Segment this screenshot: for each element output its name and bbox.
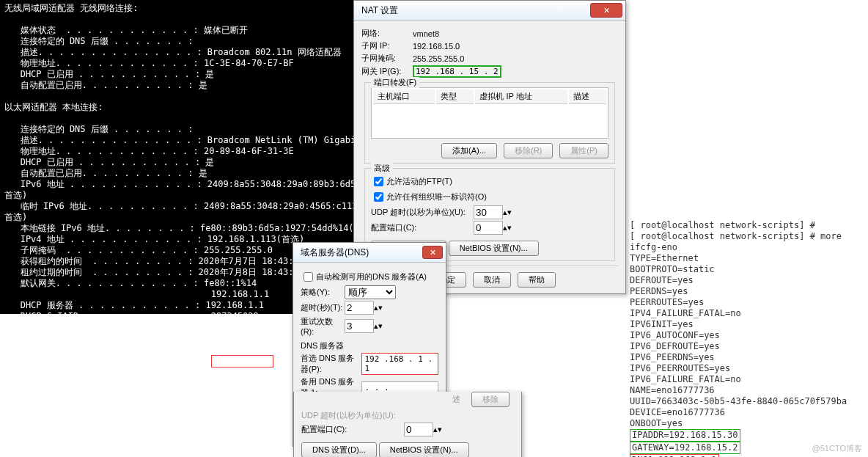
retry-input[interactable] xyxy=(345,319,374,333)
port-forward-title: 端口转发(F) xyxy=(371,77,419,88)
frag-dns-button[interactable]: DNS 设置(D)... xyxy=(301,442,377,457)
netbios-settings-button[interactable]: NetBIOS 设置(N)... xyxy=(449,241,539,256)
nat-fragment: 述 移除 UDP 超时(以秒为单位)(U): 配置端口(C):▴▾ DNS 设置… xyxy=(293,392,522,457)
ifcfg-ipaddr: IPADDR=192.168.15.30 xyxy=(630,429,740,442)
frag-netbios-button[interactable]: NetBIOS 设置(N)... xyxy=(379,442,469,457)
pref-dns-input[interactable]: 192 .168 . 1 . 1 xyxy=(361,353,438,375)
nat-mask-label: 子网掩码: xyxy=(361,53,413,64)
th-vmip: 虚拟机 IP 地址 xyxy=(475,89,567,104)
help-button[interactable]: 帮助 xyxy=(518,272,556,288)
dns-titlebar[interactable]: 域名服务器(DNS) ✕ xyxy=(293,243,446,263)
ftp-label: 允许活动的FTP(T) xyxy=(386,176,452,187)
timeout-input[interactable] xyxy=(345,301,374,315)
th-hostport: 主机端口 xyxy=(373,89,435,104)
advanced-title: 高级 xyxy=(371,163,393,174)
add-button[interactable]: 添加(A)... xyxy=(441,143,497,158)
nat-titlebar[interactable]: NAT 设置 ✕ xyxy=(354,1,625,21)
timeout-label: 超时(秒)(T): xyxy=(301,302,345,313)
ifcfg-terminal: [ root@localhost network-scripts] # [ ro… xyxy=(630,220,864,457)
ifcfg-dns1: DNS1=192.168.1.1 xyxy=(630,454,719,457)
nat-title: NAT 设置 xyxy=(357,4,590,17)
ifcfg-gateway: GATEWAY=192.168.15.2 xyxy=(630,442,740,454)
close-icon[interactable]: ✕ xyxy=(590,3,622,18)
nat-gateway-input[interactable]: 192 .168 . 15 . 2 xyxy=(413,65,501,78)
port-forward-group: 端口转发(F) 主机端口类型虚拟机 IP 地址描述 添加(A)... 移除(R)… xyxy=(364,82,615,164)
policy-select[interactable]: 顺序 xyxy=(345,285,396,299)
nat-network-value: vmnet8 xyxy=(413,29,439,38)
port-forward-table[interactable]: 主机端口类型虚拟机 IP 地址描述 xyxy=(371,87,608,139)
frag-remove-button[interactable]: 移除 xyxy=(471,392,510,407)
retry-label: 重试次数(R): xyxy=(301,316,345,336)
nat-subnet-value: 192.168.15.0 xyxy=(413,42,460,51)
remove-button[interactable]: 移除(R) xyxy=(504,143,553,158)
dns-servers-label: DNS 服务器 xyxy=(301,340,438,351)
dns-title: 域名服务器(DNS) xyxy=(296,246,422,259)
nat-mask-value: 255.255.255.0 xyxy=(413,54,464,63)
th-type: 类型 xyxy=(436,89,474,104)
policy-label: 策略(Y): xyxy=(301,287,345,298)
cfgport-input[interactable] xyxy=(474,221,503,235)
oui-label: 允许任何组织唯一标识符(O) xyxy=(386,191,487,202)
nat-subnet-label: 子网 IP: xyxy=(361,40,413,51)
cancel-button[interactable]: 取消 xyxy=(473,272,511,288)
nat-network-label: 网络: xyxy=(361,28,413,39)
udp-label: UDP 超时(以秒为单位)(U): xyxy=(371,207,474,218)
pref-dns-label: 首选 DNS 服务器(P): xyxy=(301,353,361,375)
frag-cfg-input[interactable] xyxy=(404,423,433,436)
watermark: @51CTO博客 xyxy=(812,443,862,454)
udp-input[interactable] xyxy=(474,205,503,219)
cfgport-label: 配置端口(C): xyxy=(371,222,474,233)
ftp-checkbox[interactable] xyxy=(374,177,383,186)
close-icon[interactable]: ✕ xyxy=(422,246,443,259)
dns-ip-highlight: 192.168.1.1 xyxy=(211,355,273,368)
frag-cfg-label: 配置端口(C): xyxy=(301,424,404,435)
frag-udp-label: UDP 超时(以秒为单位)(U): xyxy=(301,410,404,421)
oui-checkbox[interactable] xyxy=(374,192,383,202)
properties-button[interactable]: 属性(P) xyxy=(559,143,608,158)
th-desc: 描述 xyxy=(569,89,606,104)
auto-dns-checkbox[interactable] xyxy=(304,272,313,282)
auto-dns-label: 自动检测可用的DNS 服务器(A) xyxy=(316,271,427,282)
nat-gateway-label: 网关 IP(G): xyxy=(361,66,413,77)
frag-desc: 述 xyxy=(452,395,460,403)
